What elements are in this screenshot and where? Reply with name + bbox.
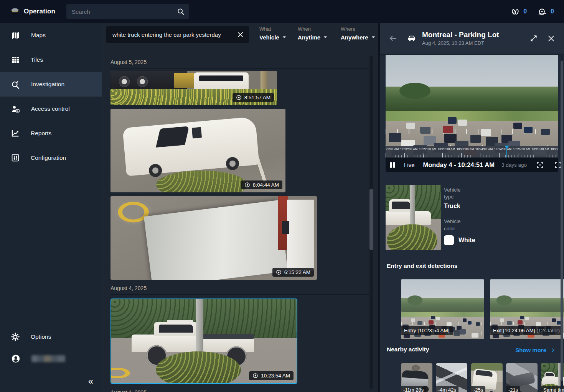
timeline-labels: 10:21:30 AM 10:22:00 AM 10:22:30 AM 10:2… bbox=[386, 146, 558, 152]
result-thumbnail[interactable]: 6:15:22 AM bbox=[110, 196, 317, 280]
result-thumbnail-selected[interactable]: 10:23:54 AM bbox=[110, 299, 297, 384]
entry-detection-label: Entry [10:23:54 AM] bbox=[401, 326, 453, 335]
global-search-input[interactable] bbox=[71, 8, 177, 15]
vehicle-crop-thumbnail[interactable] bbox=[386, 185, 441, 250]
results-list[interactable]: August 5, 2025 8:51:57 AM bbox=[102, 54, 378, 392]
car-icon bbox=[407, 33, 417, 43]
timeline-tick-label: 10:23:30 AM bbox=[457, 147, 474, 151]
alarms-counter[interactable]: 0 bbox=[538, 7, 554, 16]
panel-header: Montreal - Parking Lot Aug 4, 2025, 10:2… bbox=[380, 23, 564, 54]
nearby-activity-thumbnail[interactable]: -25s bbox=[471, 363, 503, 392]
camera-dome-icon bbox=[276, 269, 282, 275]
video-player[interactable]: 10:21:30 AM 10:22:00 AM 10:22:30 AM 10:2… bbox=[386, 55, 558, 157]
nearby-activity-thumbnail[interactable]: -11m 28s bbox=[401, 363, 432, 392]
timeline-tick-label: 10:23:00 AM bbox=[438, 147, 455, 151]
clear-query-icon[interactable] bbox=[237, 31, 244, 38]
user-account[interactable] bbox=[0, 348, 102, 370]
map-icon bbox=[11, 31, 20, 40]
parked-car-blob bbox=[518, 320, 523, 325]
timeline-tick-label: 10:25:00 AM bbox=[513, 147, 530, 151]
exit-detection-thumbnail[interactable]: Exit [10:24:06 AM] (12s later) bbox=[490, 279, 564, 339]
parked-car-blob bbox=[541, 129, 550, 135]
show-more-button[interactable]: Show more bbox=[515, 347, 556, 353]
parked-car-blob bbox=[520, 316, 524, 319]
chevron-right-icon bbox=[550, 348, 556, 353]
gear-icon bbox=[11, 332, 20, 341]
timeline-playhead[interactable] bbox=[506, 146, 507, 157]
timestamp-badge: 8:51:57 AM bbox=[233, 93, 274, 102]
top-bar: Operation 0 bbox=[0, 0, 564, 23]
entry-detection-thumbnail[interactable]: Entry [10:23:54 AM] bbox=[401, 279, 484, 339]
dropdown-caret-icon bbox=[324, 36, 327, 38]
nl-query-box[interactable] bbox=[106, 26, 249, 43]
nearby-activity-thumbnail[interactable]: -21s bbox=[506, 363, 538, 392]
white-pickup-still bbox=[111, 299, 297, 383]
parked-car-blob bbox=[431, 316, 435, 319]
result-thumbnail[interactable]: 8:04:44 AM bbox=[110, 109, 285, 192]
configuration-sliders-icon bbox=[11, 153, 20, 162]
parked-car-blob bbox=[448, 117, 457, 123]
nearby-heading: Nearby activity bbox=[387, 346, 429, 353]
options-label: Options bbox=[31, 333, 51, 340]
show-more-label: Show more bbox=[515, 347, 546, 353]
vehicle-attributes: Vehicle type Truck Vehicle color White bbox=[386, 185, 558, 250]
timestamp-badge: 6:15:22 AM bbox=[272, 268, 314, 277]
global-search-box[interactable] bbox=[66, 4, 189, 19]
sidebar-item-reports[interactable]: Reports bbox=[0, 121, 102, 146]
vehicle-color-value: White bbox=[458, 237, 475, 244]
camera-dome-icon bbox=[252, 373, 258, 379]
camera-title: Montreal - Parking Lot bbox=[422, 31, 499, 39]
vehicle-color-swatch bbox=[444, 235, 454, 245]
camera-dome-icon bbox=[236, 95, 242, 100]
vehicle-color-label: Vehicle color bbox=[444, 218, 471, 232]
nearby-offset-label: -21s bbox=[506, 386, 520, 392]
filter-when[interactable]: When Anytime bbox=[298, 26, 327, 41]
nl-query-input[interactable] bbox=[112, 31, 233, 38]
pause-button[interactable] bbox=[390, 162, 395, 168]
sidebar-item-tiles[interactable]: Tiles bbox=[0, 48, 102, 72]
timeline-tick-label: 10:21:30 AM bbox=[386, 147, 399, 151]
search-icon[interactable] bbox=[177, 8, 185, 15]
back-button[interactable] bbox=[388, 34, 397, 43]
sidebar-item-access-control[interactable]: Access control bbox=[0, 97, 102, 121]
camera-type-icon-wrap bbox=[407, 33, 417, 43]
monitoring-counter[interactable]: 0 bbox=[511, 7, 527, 16]
nearby-activity-thumbnail[interactable]: -4m 42s bbox=[436, 363, 467, 392]
results-scrollbar[interactable] bbox=[369, 56, 373, 389]
sidebar-item-investigation[interactable]: Investigation bbox=[0, 72, 102, 97]
parked-car-blob bbox=[472, 333, 478, 338]
playback-age: 3 days ago bbox=[501, 162, 527, 168]
filter-where[interactable]: Where Anywhere bbox=[341, 26, 375, 41]
access-control-icon bbox=[11, 104, 20, 114]
smart-track-button[interactable] bbox=[536, 161, 544, 169]
results-scrollbar-thumb[interactable] bbox=[369, 189, 373, 250]
close-panel-button[interactable] bbox=[548, 35, 555, 42]
live-label[interactable]: Live bbox=[404, 162, 415, 168]
parked-car-blob bbox=[470, 135, 481, 143]
sidebar-item-maps[interactable]: Maps bbox=[0, 23, 102, 48]
video-timeline[interactable]: 10:21:30 AM 10:22:00 AM 10:22:30 AM 10:2… bbox=[386, 146, 558, 157]
alarm-bell-icon bbox=[538, 7, 547, 16]
track-target-icon bbox=[536, 161, 544, 169]
monitoring-count: 0 bbox=[523, 8, 527, 15]
event-detail-panel: Montreal - Parking Lot Aug 4, 2025, 10:2… bbox=[380, 23, 564, 392]
date-group-header: August 5, 2025 bbox=[110, 59, 369, 69]
sidebar-item-label: Investigation bbox=[31, 81, 64, 88]
filter-what-value: Vehicle bbox=[259, 34, 279, 41]
result-thumbnail[interactable]: 8:51:57 AM bbox=[110, 71, 277, 105]
sidebar-item-label: Tiles bbox=[31, 56, 43, 63]
detections-heading: Entry and exit detections bbox=[387, 262, 457, 269]
panel-scrollbar-thumb[interactable] bbox=[561, 61, 563, 381]
options-button[interactable]: Options bbox=[0, 326, 102, 348]
date-group-header: August 1, 2025 bbox=[110, 389, 369, 392]
timeline-tick-label: 10:26:00 AM bbox=[551, 147, 558, 151]
timestamp-badge: 10:23:54 AM bbox=[249, 371, 294, 380]
sidebar-item-configuration[interactable]: Configuration bbox=[0, 146, 102, 170]
panel-scrollbar[interactable] bbox=[561, 56, 563, 389]
filter-what[interactable]: What Vehicle bbox=[259, 26, 286, 41]
timestamp-badge: 8:04:44 AM bbox=[241, 180, 282, 189]
sidebar-collapse-button[interactable]: « bbox=[88, 377, 93, 386]
back-arrow-icon bbox=[388, 34, 397, 43]
expand-panel-button[interactable] bbox=[530, 34, 538, 42]
parked-car-blob bbox=[436, 317, 440, 320]
